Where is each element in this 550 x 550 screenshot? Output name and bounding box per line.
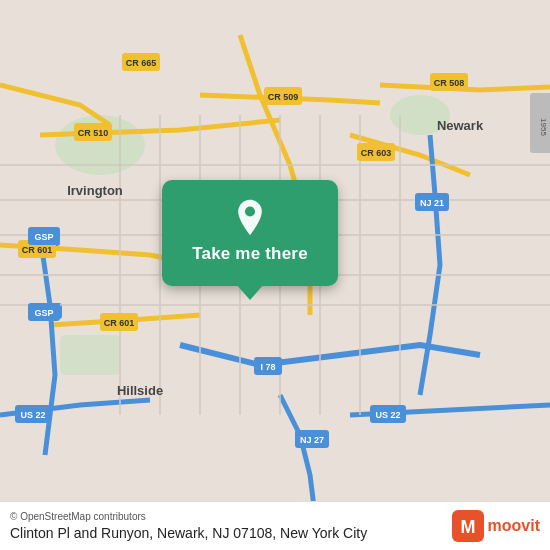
address-text: Clinton Pl and Runyon, Newark, NJ 07108,… bbox=[10, 525, 367, 541]
svg-text:Irvington: Irvington bbox=[67, 183, 123, 198]
svg-text:Newark: Newark bbox=[437, 118, 484, 133]
svg-text:CR 601: CR 601 bbox=[104, 318, 135, 328]
svg-text:GSP: GSP bbox=[34, 308, 53, 318]
svg-text:CR 510: CR 510 bbox=[78, 128, 109, 138]
take-me-there-button[interactable]: Take me there bbox=[192, 244, 308, 264]
moovit-icon: M bbox=[452, 510, 484, 542]
svg-text:NJ 27: NJ 27 bbox=[300, 435, 324, 445]
svg-text:US 22: US 22 bbox=[20, 410, 45, 420]
bottom-bar: © OpenStreetMap contributors Clinton Pl … bbox=[0, 501, 550, 550]
svg-rect-3 bbox=[60, 335, 120, 375]
svg-text:CR 509: CR 509 bbox=[268, 92, 299, 102]
svg-text:GSP: GSP bbox=[34, 232, 53, 242]
svg-text:CR 601: CR 601 bbox=[22, 245, 53, 255]
svg-text:CR 508: CR 508 bbox=[434, 78, 465, 88]
moovit-label: moovit bbox=[488, 517, 540, 535]
svg-text:I 78: I 78 bbox=[260, 362, 275, 372]
osm-attribution: © OpenStreetMap contributors bbox=[10, 511, 367, 522]
svg-text:M: M bbox=[460, 517, 475, 537]
svg-text:NJ 21: NJ 21 bbox=[420, 198, 444, 208]
take-me-there-container[interactable]: Take me there bbox=[140, 180, 360, 286]
svg-text:US 22: US 22 bbox=[375, 410, 400, 420]
svg-point-52 bbox=[245, 206, 255, 216]
location-pin-icon bbox=[231, 198, 269, 236]
svg-text:Hillside: Hillside bbox=[117, 383, 163, 398]
svg-text:CR 665: CR 665 bbox=[126, 58, 157, 68]
bottom-info: © OpenStreetMap contributors Clinton Pl … bbox=[10, 511, 367, 541]
location-popup[interactable]: Take me there bbox=[162, 180, 338, 286]
svg-text:1955: 1955 bbox=[539, 118, 548, 136]
svg-text:CR 603: CR 603 bbox=[361, 148, 392, 158]
map-container: CR 665 CR 510 CR 509 CR 508 CR 603 CR 60… bbox=[0, 0, 550, 550]
moovit-logo: M moovit bbox=[452, 510, 540, 542]
